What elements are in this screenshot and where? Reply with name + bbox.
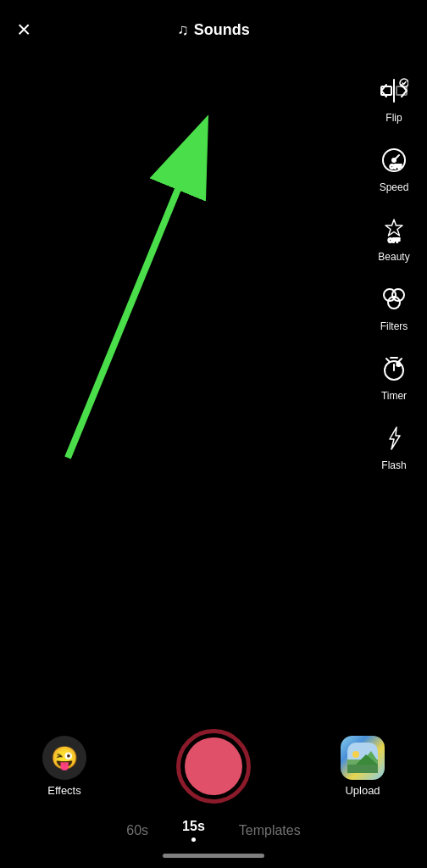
svg-line-1	[68, 127, 203, 458]
filters-icon	[376, 281, 412, 317]
timer-label: Timer	[381, 390, 407, 402]
tab-15s[interactable]: 15s	[182, 819, 205, 842]
home-indicator	[0, 847, 427, 868]
flip-icon	[376, 73, 412, 108]
active-tab-dot	[191, 837, 196, 842]
flash-label: Flash	[381, 459, 406, 471]
svg-point-17	[352, 751, 359, 758]
flip-label: Flip	[385, 112, 402, 124]
record-button[interactable]	[176, 729, 251, 804]
speed-icon: OFF	[376, 142, 412, 178]
sidebar-item-flip[interactable]: Flip	[369, 68, 419, 129]
record-inner-circle	[185, 737, 242, 795]
sidebar-item-speed[interactable]: OFF Speed	[369, 137, 419, 198]
timer-icon: 3	[376, 351, 412, 387]
effects-button[interactable]: 😜 Effects	[42, 736, 86, 797]
music-icon: ♫	[177, 21, 189, 39]
sidebar-item-timer[interactable]: 3 Timer	[369, 346, 419, 407]
bottom-controls: 😜 Effects Upload	[0, 712, 427, 868]
svg-rect-16	[347, 765, 378, 773]
svg-text:OFF: OFF	[388, 237, 401, 243]
sounds-button[interactable]: ♫ Sounds	[177, 21, 250, 39]
speed-label: Speed	[380, 181, 409, 193]
sidebar-item-beauty[interactable]: OFF Beauty	[369, 207, 419, 268]
upload-button[interactable]: Upload	[341, 736, 385, 797]
record-row: 😜 Effects Upload	[0, 712, 427, 812]
duration-tabs: 60s 15s Templates	[0, 812, 427, 847]
close-button[interactable]: ×	[17, 18, 30, 42]
home-bar	[163, 854, 264, 858]
filters-label: Filters	[380, 320, 408, 332]
effects-label: Effects	[47, 784, 81, 797]
upload-label: Upload	[345, 784, 380, 797]
green-arrow	[0, 51, 339, 559]
svg-text:OFF: OFF	[390, 164, 402, 170]
tab-60s[interactable]: 60s	[126, 823, 148, 838]
svg-point-6	[392, 159, 396, 162]
effects-icon: 😜	[42, 736, 86, 780]
record-outer-ring	[176, 729, 251, 804]
sidebar-item-flash[interactable]: Flash	[369, 415, 419, 476]
sounds-label: Sounds	[194, 21, 250, 39]
upload-icon	[341, 736, 385, 780]
header: × ♫ Sounds	[0, 0, 427, 59]
svg-text:3: 3	[396, 360, 401, 368]
flash-icon	[376, 420, 412, 456]
beauty-label: Beauty	[378, 251, 409, 263]
tab-templates[interactable]: Templates	[239, 823, 301, 838]
beauty-icon: OFF	[376, 212, 412, 248]
sidebar: Flip OFF Speed OFF Beauty	[369, 68, 419, 476]
sidebar-item-filters[interactable]: Filters	[369, 276, 419, 337]
